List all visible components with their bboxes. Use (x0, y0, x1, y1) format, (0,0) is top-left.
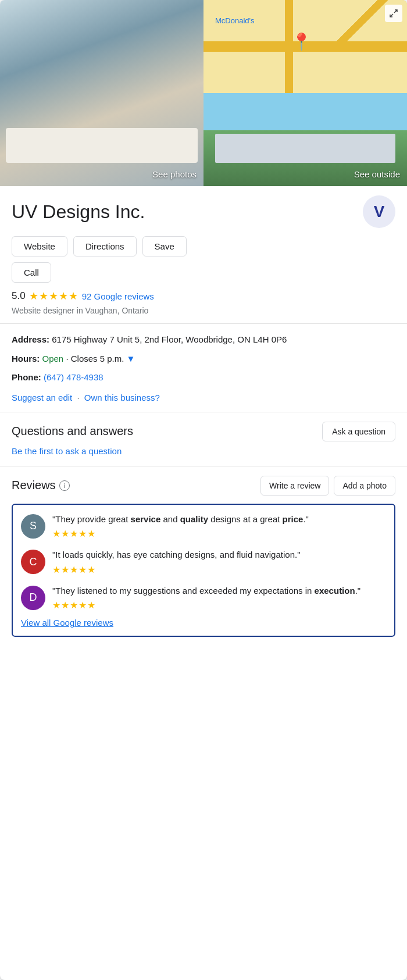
photo-grid: See photos McDonald's 📍 See outside (0, 0, 407, 186)
phone-link[interactable]: (647) 478-4938 (44, 372, 103, 382)
review-stars-1: ★★★★★ (52, 528, 309, 539)
address-value: 6175 Highway 7 Unit 5, 2nd Floor, Woodbr… (52, 334, 287, 344)
rating-number: 5.0 (12, 290, 26, 302)
ask-question-button[interactable]: Ask a question (322, 422, 395, 441)
review-text-3: "They listened to my suggestions and exc… (52, 585, 360, 598)
review-item-1: S "They provide great service and qualit… (21, 513, 386, 540)
view-all-reviews-link[interactable]: View all Google reviews (21, 618, 386, 628)
call-button[interactable]: Call (12, 262, 51, 283)
write-review-button[interactable]: Write a review (260, 476, 329, 496)
avatar-s: S (21, 514, 45, 539)
qa-cta-link[interactable]: Be the first to ask a question (12, 446, 122, 456)
review-text-1: "They provide great service and quality … (52, 513, 309, 526)
map-place-label: McDonald's (215, 16, 255, 25)
avatar-d: D (21, 586, 45, 610)
phone-label: Phone: (12, 372, 41, 382)
directions-button[interactable]: Directions (73, 236, 137, 256)
avatar-c: C (21, 550, 45, 574)
business-info-section: UV Designs Inc. V Website Directions Sav… (0, 186, 407, 324)
business-type: Website designer in Vaughan, Ontario (12, 306, 395, 315)
hours-close: · Closes 5 p.m. (66, 354, 124, 364)
qa-section: Questions and answers Ask a question Be … (0, 412, 407, 466)
reviews-box: S "They provide great service and qualit… (12, 504, 395, 637)
reviews-header: Reviews i Write a review Add a photo (12, 476, 395, 496)
reviews-info-icon[interactable]: i (59, 480, 70, 491)
website-button[interactable]: Website (12, 236, 67, 256)
building-shape (215, 134, 395, 163)
phone-row: Phone: (647) 478-4938 (12, 371, 395, 384)
details-section: Address: 6175 Highway 7 Unit 5, 2nd Floo… (0, 324, 407, 412)
see-photos-label[interactable]: See photos (152, 169, 197, 179)
qa-title: Questions and answers (12, 425, 133, 438)
edit-links-row: Suggest an edit · Own this business? (12, 393, 395, 402)
hours-label: Hours: (12, 354, 40, 364)
reviews-section: Reviews i Write a review Add a photo S "… (0, 466, 407, 647)
office-photo (0, 0, 204, 186)
map-thumbnail[interactable]: McDonald's 📍 (204, 0, 407, 93)
see-outside-label[interactable]: See outside (354, 169, 400, 179)
reviews-title-row: Reviews i (12, 479, 70, 492)
action-buttons-row: Website Directions Save (12, 236, 395, 256)
business-logo: V (363, 195, 395, 228)
photo-outside[interactable]: See outside (204, 93, 407, 186)
hours-dropdown-icon[interactable]: ▼ (127, 354, 135, 364)
add-photo-button[interactable]: Add a photo (334, 476, 395, 496)
map-pin-icon: 📍 (291, 32, 312, 51)
business-card: See photos McDonald's 📍 See outside (0, 0, 407, 980)
review-text-2: "It loads quickly, has eye catching desi… (52, 548, 300, 562)
address-label: Address: (12, 334, 49, 344)
suggest-edit-link[interactable]: Suggest an edit (12, 393, 72, 402)
business-name: UV Designs Inc. (12, 201, 145, 223)
save-button[interactable]: Save (142, 236, 187, 256)
qa-header: Questions and answers Ask a question (12, 422, 395, 441)
map-background: McDonald's 📍 (204, 0, 407, 93)
hours-row: Hours: Open · Closes 5 p.m. ▼ (12, 352, 395, 366)
review-item-2: C "It loads quickly, has eye catching de… (21, 548, 386, 575)
review-content-1: "They provide great service and quality … (52, 513, 309, 540)
review-item-3: D "They listened to my suggestions and e… (21, 585, 386, 611)
review-content-3: "They listened to my suggestions and exc… (52, 585, 360, 611)
rating-row: 5.0 ★★★★★ 92 Google reviews (12, 290, 395, 302)
map-expand-button[interactable] (385, 5, 402, 22)
open-status: Open (42, 354, 64, 364)
address-row: Address: 6175 Highway 7 Unit 5, 2nd Floo… (12, 333, 395, 347)
review-stars-3: ★★★★★ (52, 600, 360, 611)
business-header: UV Designs Inc. V (12, 195, 395, 228)
review-count-link[interactable]: 92 Google reviews (82, 291, 154, 301)
reviews-title: Reviews (12, 479, 56, 492)
review-content-2: "It loads quickly, has eye catching desi… (52, 548, 300, 575)
rating-stars: ★★★★★ (29, 290, 78, 302)
own-business-link[interactable]: Own this business? (84, 393, 160, 402)
review-action-buttons: Write a review Add a photo (260, 476, 395, 496)
dot-separator: · (77, 393, 81, 402)
review-stars-2: ★★★★★ (52, 564, 300, 575)
photo-left[interactable]: See photos (0, 0, 204, 186)
